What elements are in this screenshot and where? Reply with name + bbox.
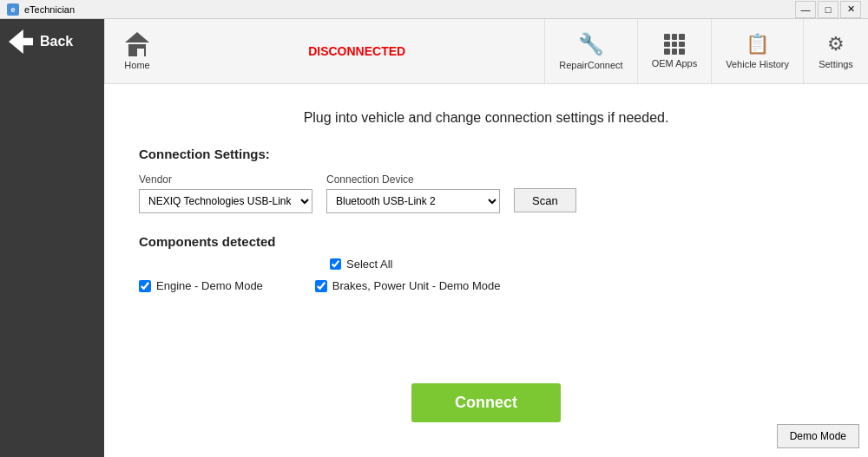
connection-device-select[interactable]: Bluetooth USB-Link 2 [326,189,500,213]
app-icon: e [7,3,19,16]
top-nav: Home DISCONNECTED 🔧 RepairConnect OEM Ap… [104,19,868,84]
vendor-field-group: Vendor NEXIQ Technologies USB-Link 2 [139,173,312,213]
back-label: Back [40,34,73,49]
oemapps-nav-item[interactable]: OEM Apps [637,19,712,83]
select-all-checkbox[interactable] [330,258,341,270]
app-title: eTechnician [24,4,75,15]
repairconnect-nav-item[interactable]: 🔧 RepairConnect [544,19,636,83]
home-icon [125,32,149,56]
sidebar: Back [0,19,104,457]
wrench-icon: 🔧 [578,32,604,56]
gear-icon: ⚙ [827,33,845,55]
close-button[interactable]: ✕ [840,1,861,18]
vehiclehistory-nav-item[interactable]: 📋 Vehicle History [711,19,803,83]
components-detected-label: Components detected [139,234,833,249]
component-brakes: Brakes, Power Unit - Demo Mode [315,279,501,292]
device-field-group: Connection Device Bluetooth USB-Link 2 [326,173,500,213]
select-all-row: Select All [330,258,833,271]
vendor-select[interactable]: NEXIQ Technologies USB-Link 2 [139,189,312,213]
scan-button[interactable]: Scan [514,188,576,212]
engine-label: Engine - Demo Mode [156,279,263,292]
components-row: Engine - Demo Mode Brakes, Power Unit - … [139,279,833,292]
component-engine: Engine - Demo Mode [139,279,263,292]
main-instruction: Plug into vehicle and change connection … [139,110,833,126]
title-bar: e eTechnician — □ ✕ [0,0,868,19]
back-button[interactable]: Back [0,19,104,64]
demo-mode-button[interactable]: Demo Mode [777,424,859,448]
engine-checkbox[interactable] [139,280,151,292]
window-controls: — □ ✕ [795,1,861,18]
settings-nav-item[interactable]: ⚙ Settings [803,19,868,83]
minimize-button[interactable]: — [795,1,816,18]
settings-row: Vendor NEXIQ Technologies USB-Link 2 Con… [139,173,833,213]
disconnected-status: DISCONNECTED [169,19,544,83]
connection-settings-label: Connection Settings: [139,147,833,161]
oemapps-label: OEM Apps [652,58,698,69]
grid-icon [664,34,685,55]
maximize-button[interactable]: □ [818,1,838,18]
connection-device-label: Connection Device [326,173,500,186]
connect-area: Connect [139,292,833,440]
history-icon: 📋 [746,33,769,55]
brakes-label: Brakes, Power Unit - Demo Mode [332,279,501,292]
vehiclehistory-label: Vehicle History [726,59,789,69]
vendor-label: Vendor [139,173,312,186]
repairconnect-label: RepairConnect [559,60,622,70]
connect-button[interactable]: Connect [411,383,561,422]
home-nav-item[interactable]: Home [104,19,169,83]
home-label: Home [124,60,149,70]
app-content-wrapper: Home DISCONNECTED 🔧 RepairConnect OEM Ap… [104,19,868,457]
brakes-checkbox[interactable] [315,280,327,292]
settings-label: Settings [819,59,853,69]
main-content: Plug into vehicle and change connection … [104,84,868,457]
select-all-label: Select All [346,258,392,271]
back-arrow-icon [9,29,33,54]
